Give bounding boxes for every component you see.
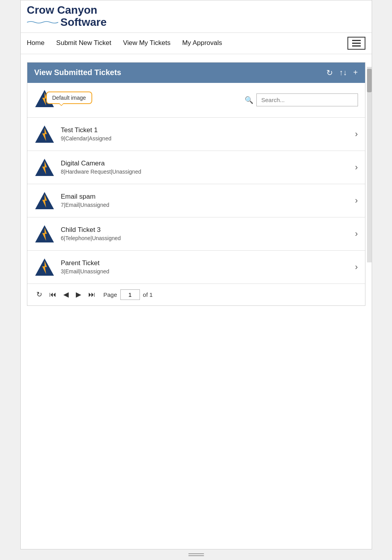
ticket-item[interactable]: Test Ticket 1 9|Calendar|Assigned ›	[27, 117, 365, 151]
next-page-button[interactable]: ▶	[74, 289, 83, 300]
ticket-info: Child Ticket 3 6|Telephone|Unassigned	[61, 226, 351, 241]
bottom-line-2	[188, 555, 204, 556]
page-label: Page	[104, 291, 117, 298]
menu-button[interactable]	[347, 37, 365, 50]
ticket-info: Parent Ticket 3|Email|Unassigned	[61, 259, 351, 275]
ticket-title: Parent Ticket	[61, 259, 351, 267]
ticket-info: Email spam 7|Email|Unassigned	[61, 193, 351, 208]
content-area: View Submitted Tickets ↻ ↑↓ +	[21, 54, 372, 314]
ticket-meta: 6|Telephone|Unassigned	[61, 235, 351, 241]
ticket-info: Digital Camera 8|Hardware Request|Unassi…	[61, 160, 351, 175]
ticket-icon	[34, 157, 55, 178]
logo: Crow Canyon Software	[27, 4, 107, 29]
panel-header: View Submitted Tickets ↻ ↑↓ +	[27, 63, 365, 83]
chevron-right-icon: ›	[355, 129, 358, 139]
scrollbar-thumb[interactable]	[367, 69, 372, 92]
nav-view-tickets[interactable]: View My Tickets	[123, 39, 171, 47]
nav-submit-ticket[interactable]: Submit New Ticket	[56, 39, 111, 47]
tooltip-bubble: Default image	[46, 92, 92, 104]
panel-title: View Submitted Tickets	[34, 68, 326, 77]
bottom-line-1	[188, 553, 204, 554]
refresh-page-button[interactable]: ↻	[34, 289, 44, 300]
tickets-panel: View Submitted Tickets ↻ ↑↓ +	[27, 62, 365, 306]
logo-text: Crow Canyon Software	[27, 4, 107, 29]
refresh-button[interactable]: ↻	[326, 68, 333, 77]
default-image-area: Default image	[34, 88, 58, 112]
header: Crow Canyon Software	[21, 0, 372, 33]
menu-bar-1	[352, 40, 361, 41]
ticket-item[interactable]: Digital Camera 8|Hardware Request|Unassi…	[27, 151, 365, 184]
page-total: of 1	[143, 291, 153, 298]
ticket-icon	[34, 190, 55, 211]
chevron-right-icon: ›	[355, 262, 358, 272]
chevron-right-icon: ›	[355, 196, 358, 206]
ticket-icon	[34, 257, 55, 277]
menu-bar-2	[352, 43, 361, 44]
tooltip-text: Default image	[52, 95, 86, 101]
logo-line2: Software	[61, 16, 107, 29]
ticket-title: Email spam	[61, 193, 351, 201]
panel-header-icons: ↻ ↑↓ +	[326, 68, 358, 77]
nav-my-approvals[interactable]: My Approvals	[182, 39, 222, 47]
chevron-right-icon: ›	[355, 229, 358, 239]
page-number-input[interactable]	[120, 289, 140, 300]
ticket-meta: 7|Email|Unassigned	[61, 202, 351, 208]
nav-bar: Home Submit New Ticket View My Tickets M…	[21, 33, 372, 54]
pagination: ↻ ⏮ ◀ ▶ ⏭ Page of 1	[27, 284, 365, 305]
last-page-button[interactable]: ⏭	[86, 290, 97, 300]
logo-line1: Crow Canyon	[27, 4, 97, 16]
ticket-info: Test Ticket 1 9|Calendar|Assigned	[61, 126, 351, 142]
first-page-button[interactable]: ⏮	[47, 290, 58, 300]
scrollbar[interactable]	[367, 67, 372, 262]
menu-bar-3	[352, 45, 361, 47]
search-row: Default image 🔍	[27, 83, 365, 117]
search-input[interactable]	[256, 93, 358, 106]
prev-page-button[interactable]: ◀	[61, 289, 71, 300]
logo-wave-icon	[27, 21, 58, 24]
ticket-meta: 8|Hardware Request|Unassigned	[61, 169, 351, 175]
ticket-item[interactable]: Child Ticket 3 6|Telephone|Unassigned ›	[27, 217, 365, 250]
ticket-meta: 3|Email|Unassigned	[61, 268, 351, 275]
chevron-right-icon: ›	[355, 162, 358, 172]
ticket-title: Test Ticket 1	[61, 126, 351, 134]
ticket-title: Digital Camera	[61, 160, 351, 167]
search-icon: 🔍	[245, 96, 253, 104]
ticket-item[interactable]: Email spam 7|Email|Unassigned ›	[27, 184, 365, 217]
bottom-bar-lines	[24, 553, 368, 556]
add-button[interactable]: +	[353, 68, 358, 77]
ticket-icon	[34, 124, 55, 144]
nav-home[interactable]: Home	[27, 39, 45, 47]
ticket-title: Child Ticket 3	[61, 226, 351, 234]
sort-button[interactable]: ↑↓	[339, 68, 347, 77]
ticket-list: Test Ticket 1 9|Calendar|Assigned › Digi…	[27, 117, 365, 284]
ticket-icon	[34, 224, 55, 244]
ticket-meta: 9|Calendar|Assigned	[61, 135, 351, 142]
ticket-item[interactable]: Parent Ticket 3|Email|Unassigned ›	[27, 250, 365, 284]
bottom-bar	[20, 549, 372, 560]
